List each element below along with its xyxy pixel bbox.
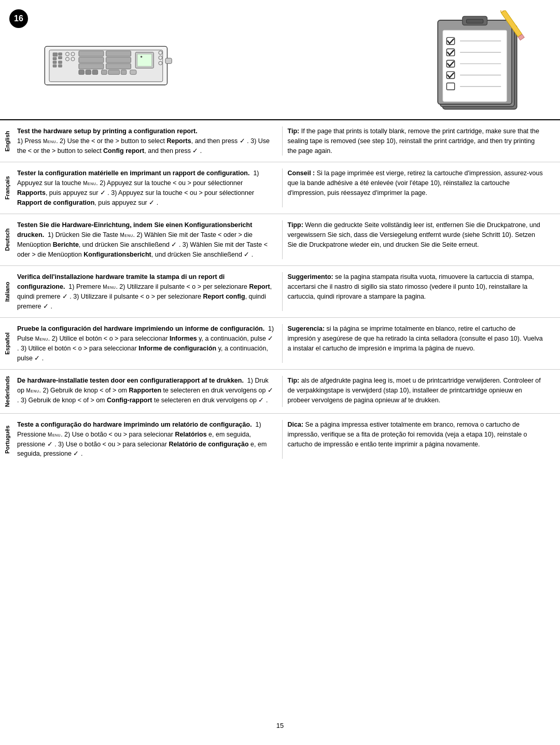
top-diagram-section bbox=[0, 0, 560, 119]
svg-rect-30 bbox=[102, 70, 107, 75]
italian-section: Italiano Verifica dell'installazione har… bbox=[0, 265, 560, 317]
english-label: English bbox=[0, 126, 15, 156]
german-label: Deutsch bbox=[0, 220, 15, 259]
spanish-section: Español Pruebe la configuración del hard… bbox=[0, 317, 560, 369]
spanish-left: Pruebe la configuración del hardware imp… bbox=[15, 324, 282, 363]
svg-rect-27 bbox=[79, 70, 85, 75]
portuguese-section: Português Teste a configuração do hardwa… bbox=[0, 413, 560, 465]
spanish-right: Sugerencia: si la página se imprime tota… bbox=[282, 324, 561, 363]
italian-left: Verifica dell'installazione hardware tra… bbox=[15, 272, 282, 311]
svg-rect-28 bbox=[86, 70, 91, 75]
svg-rect-21 bbox=[137, 54, 152, 66]
english-right: Tip: If the page that prints is totally … bbox=[282, 126, 561, 156]
spanish-label: Español bbox=[0, 324, 15, 363]
french-label: Français bbox=[0, 168, 15, 207]
svg-rect-7 bbox=[59, 57, 62, 59]
portuguese-left: Teste a configuração do hardware imprimi… bbox=[15, 420, 282, 459]
french-section: Français Tester la configuration matérie… bbox=[0, 162, 560, 214]
svg-rect-26 bbox=[165, 58, 172, 64]
language-sections: English Test the hardware setup by print… bbox=[0, 120, 560, 465]
svg-rect-16 bbox=[79, 64, 104, 69]
svg-rect-3 bbox=[53, 57, 57, 60]
svg-rect-15 bbox=[79, 57, 104, 63]
svg-point-22 bbox=[141, 56, 143, 58]
italian-right: Suggerimento: se la pagina stampata risu… bbox=[282, 272, 561, 311]
bottom-page-number: 15 bbox=[0, 716, 560, 735]
page-badge: 16 bbox=[9, 9, 28, 28]
portuguese-right: Dica: Se a página impressa estiver total… bbox=[282, 420, 561, 459]
dutch-right: Tip: als de afgedrukte pagina leeg is, m… bbox=[282, 376, 561, 407]
dutch-section: Nederlands De hardware-installatie teste… bbox=[0, 369, 560, 413]
printer-svg bbox=[31, 26, 176, 99]
svg-rect-17 bbox=[106, 51, 131, 57]
svg-rect-4 bbox=[53, 61, 57, 63]
svg-rect-2 bbox=[53, 53, 58, 57]
german-right: Tipp: Wenn die gedruckte Seite vollständ… bbox=[282, 220, 561, 259]
svg-rect-29 bbox=[92, 70, 98, 75]
clipboard-diagram bbox=[296, 10, 539, 114]
german-section: Deutsch Testen Sie die Hardware-Einricht… bbox=[0, 214, 560, 265]
french-left: Tester la configuration matérielle en im… bbox=[15, 168, 282, 207]
svg-rect-18 bbox=[106, 57, 131, 63]
svg-rect-19 bbox=[106, 64, 131, 69]
dutch-label: Nederlands bbox=[0, 376, 15, 407]
svg-rect-39 bbox=[467, 19, 483, 23]
svg-rect-5 bbox=[53, 64, 57, 67]
printer-diagram bbox=[31, 10, 275, 114]
french-right: Conseil : Si la page imprimée est vierge… bbox=[282, 168, 561, 207]
portuguese-label: Português bbox=[0, 420, 15, 459]
svg-rect-6 bbox=[59, 53, 62, 55]
svg-rect-14 bbox=[79, 51, 104, 57]
svg-rect-8 bbox=[59, 61, 62, 63]
italian-label: Italiano bbox=[0, 272, 15, 311]
clipboard-svg bbox=[425, 10, 539, 114]
svg-rect-32 bbox=[121, 70, 127, 75]
svg-rect-33 bbox=[130, 70, 136, 75]
english-left: Test the hardware setup by printing a co… bbox=[15, 126, 282, 156]
english-heading: Test the hardware setup by printing a co… bbox=[17, 128, 198, 135]
dutch-left: De hardware-installatie testen door een … bbox=[15, 376, 282, 407]
svg-rect-31 bbox=[108, 70, 120, 75]
german-left: Testen Sie die Hardware-Einrichtung, ind… bbox=[15, 220, 282, 259]
svg-rect-9 bbox=[59, 64, 62, 67]
english-section: English Test the hardware setup by print… bbox=[0, 120, 560, 162]
